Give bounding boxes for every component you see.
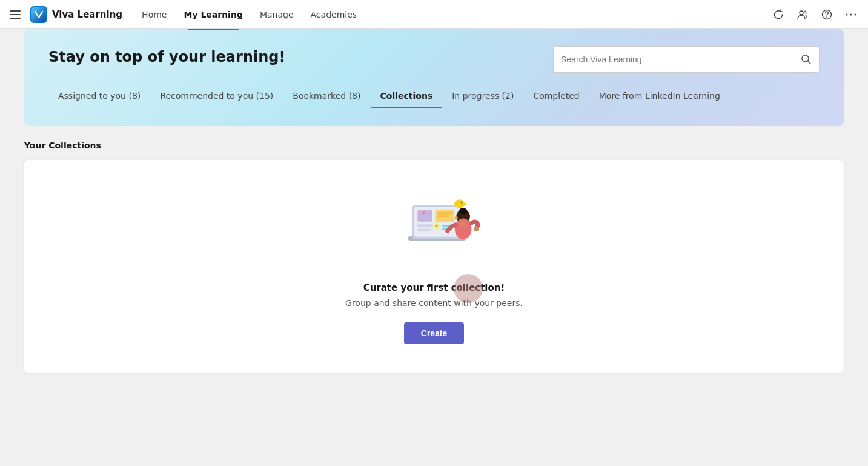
more-icon <box>846 13 856 16</box>
nav-manage[interactable]: Manage <box>253 7 301 22</box>
tab-bookmarked[interactable]: Bookmarked (8) <box>283 85 370 108</box>
svg-point-27 <box>459 208 467 214</box>
empty-state-subtitle: Group and share content with your peers. <box>345 298 523 308</box>
tabs-container: Assigned to you (8) Recommended to you (… <box>48 82 820 108</box>
svg-point-8 <box>855 13 856 15</box>
top-navigation: Viva Learning Home My Learning Manage Ac… <box>0 0 868 29</box>
tab-assigned[interactable]: Assigned to you (8) <box>48 85 150 108</box>
people-icon <box>797 9 808 20</box>
app-logo: Viva Learning <box>30 6 122 23</box>
tab-completed[interactable]: Completed <box>523 85 589 108</box>
nav-links: Home My Learning Manage Academies <box>134 7 769 22</box>
search-icon <box>801 54 812 65</box>
svg-rect-1 <box>31 7 46 22</box>
nav-right-icons <box>769 5 861 24</box>
share-people-button[interactable] <box>793 5 812 24</box>
tab-collections[interactable]: Collections <box>371 85 443 108</box>
svg-rect-18 <box>437 215 449 217</box>
svg-point-25 <box>461 202 462 203</box>
help-icon <box>821 9 832 20</box>
create-button[interactable]: Create <box>404 322 465 344</box>
help-button[interactable] <box>817 5 837 24</box>
svg-point-7 <box>850 13 852 15</box>
svg-point-6 <box>846 13 848 15</box>
more-options-button[interactable] <box>841 5 861 24</box>
tab-in-progress[interactable]: In progress (2) <box>442 85 523 108</box>
svg-point-3 <box>804 11 806 13</box>
svg-rect-15 <box>417 229 431 231</box>
svg-point-2 <box>800 11 803 15</box>
svg-point-30 <box>454 216 457 219</box>
nav-academies[interactable]: Academies <box>303 7 365 22</box>
svg-rect-13 <box>417 210 432 222</box>
svg-point-29 <box>474 227 479 232</box>
svg-rect-17 <box>437 212 452 214</box>
refresh-button[interactable] <box>769 5 788 24</box>
viva-learning-logo-icon <box>30 6 47 23</box>
tab-recommended[interactable]: Recommended to you (15) <box>150 85 283 108</box>
section-title: Your Collections <box>24 141 844 150</box>
nav-my-learning[interactable]: My Learning <box>176 7 250 22</box>
hamburger-menu[interactable] <box>7 8 23 21</box>
collections-illustration: ★ <box>380 189 489 268</box>
app-name: Viva Learning <box>52 9 122 20</box>
search-bar <box>553 46 820 73</box>
search-input[interactable] <box>561 55 801 64</box>
svg-text:★: ★ <box>434 224 439 229</box>
empty-state-title: Curate your first collection! <box>363 282 505 293</box>
hero-banner: Stay on top of your learning! Assigned t… <box>24 29 844 126</box>
hero-title: Stay on top of your learning! <box>48 48 351 65</box>
refresh-icon <box>773 9 784 20</box>
svg-rect-31 <box>460 222 466 226</box>
svg-point-5 <box>826 16 827 18</box>
your-collections-section: Your Collections <box>24 141 844 373</box>
collections-empty-card: ★ <box>24 160 844 373</box>
search-button[interactable] <box>801 54 812 65</box>
tab-linkedin[interactable]: More from LinkedIn Learning <box>589 85 730 108</box>
nav-home[interactable]: Home <box>134 7 174 22</box>
main-content: Stay on top of your learning! Assigned t… <box>0 29 868 398</box>
